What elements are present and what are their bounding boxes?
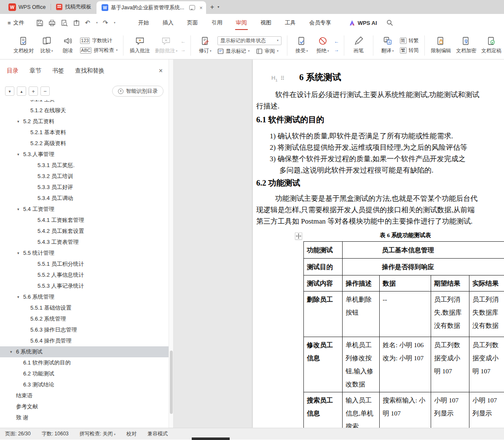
toc-item[interactable]: 致 谢 bbox=[0, 412, 169, 423]
toc-item[interactable]: 5.3.2 员工培训 bbox=[0, 171, 169, 182]
toc-item[interactable]: 5.1.1 主页 bbox=[0, 100, 169, 105]
finalize-doc-button[interactable]: 文档定稿 bbox=[479, 36, 504, 54]
tab-wps-home[interactable]: W WPS Office bbox=[3, 0, 51, 14]
toc-item[interactable]: 5.4.3 工资表管理 bbox=[0, 237, 169, 248]
tab-list-caret-icon[interactable]: ▾ bbox=[217, 5, 219, 9]
ribbon-tab-引用[interactable]: 引用 bbox=[206, 14, 228, 32]
close-panel-icon[interactable]: × bbox=[159, 67, 163, 75]
collapse-all-button[interactable]: ▾ bbox=[5, 86, 14, 96]
export-icon[interactable] bbox=[73, 19, 80, 27]
table-cell[interactable]: 小明 107 列显示 bbox=[469, 392, 504, 428]
table-cell[interactable]: 实际结果 bbox=[469, 275, 504, 292]
table-move-handle-icon[interactable] bbox=[295, 232, 302, 240]
expand-all-button[interactable]: ▴ bbox=[17, 86, 26, 96]
show-markup-button[interactable]: 显示标记 ▾ bbox=[217, 48, 250, 55]
toc-item[interactable]: 5.6.2 系统管理 bbox=[0, 313, 169, 324]
ribbon-tab-开始[interactable]: 开始 bbox=[132, 14, 155, 32]
panel-tab-find-replace[interactable]: 查找和替换 bbox=[75, 67, 105, 75]
table-cell[interactable]: 员工列消失,数据库没有数据 bbox=[431, 292, 469, 337]
encrypt-doc-button[interactable]: 文档加密 bbox=[453, 36, 479, 54]
table-cell[interactable]: 输入员工信息,单机搜索 bbox=[343, 392, 380, 428]
review-pane-button[interactable]: 审阅 ▾ bbox=[256, 48, 279, 55]
redo-caret-icon[interactable]: ▾ bbox=[114, 21, 115, 24]
toc-item[interactable]: 5.5.1 员工积分统计 bbox=[0, 259, 169, 270]
panel-tab-bookmarks[interactable]: 书签 bbox=[52, 67, 64, 75]
table-cell[interactable]: 期望结果 bbox=[431, 275, 469, 292]
toc-item[interactable]: 5.6.4 操作员管理 bbox=[0, 335, 169, 346]
spell-check-button[interactable]: ABC 拼写检查 ▾ bbox=[80, 47, 118, 54]
table-cell[interactable]: 搜索员工信息 bbox=[304, 392, 343, 428]
save-icon[interactable] bbox=[36, 19, 43, 27]
proofread-status-button[interactable]: 校对 bbox=[126, 430, 137, 437]
toc-item[interactable]: ▾6 系统测试 bbox=[0, 346, 169, 357]
accept-change-button[interactable]: 接受▾ bbox=[291, 36, 312, 54]
toc-item[interactable]: 结束语 bbox=[0, 390, 169, 401]
table-cell[interactable]: -- bbox=[380, 292, 431, 337]
toc-item[interactable]: 5.5.2 人事信息统计 bbox=[0, 270, 169, 281]
file-menu-button[interactable]: ≡ 文件 bbox=[0, 19, 30, 27]
toc-item[interactable]: 6.2 功能测试 bbox=[0, 368, 169, 379]
toc-scrollbar[interactable] bbox=[169, 59, 174, 428]
expand-arrow-icon[interactable]: ▾ bbox=[10, 346, 12, 357]
markup-state-dropdown[interactable]: 显示标记的最终状态 ▾ bbox=[217, 36, 281, 45]
table-cell[interactable]: 测试目的 bbox=[304, 259, 343, 275]
undo-icon[interactable]: ↶ bbox=[85, 19, 91, 27]
toc-item[interactable]: 参考文献 bbox=[0, 401, 169, 412]
next-change-icon[interactable]: → bbox=[334, 47, 339, 52]
table-cell[interactable]: 删除员工 bbox=[304, 292, 343, 337]
toc-item[interactable]: 5.4.1 工资账套管理 bbox=[0, 215, 169, 226]
insert-comment-button[interactable]: 插入批注 bbox=[127, 36, 153, 54]
toc-item[interactable]: ▾5.5 统计管理 bbox=[0, 248, 169, 259]
search-icon[interactable] bbox=[386, 19, 393, 26]
redo-icon[interactable]: ↷ bbox=[103, 19, 108, 27]
new-tab-button[interactable]: + bbox=[210, 3, 214, 11]
doc-table[interactable]: 功能测试员工基本信息管理测试目的操作是否得到响应测试内容操作描述数据期望结果实际… bbox=[303, 241, 504, 428]
toc-item[interactable]: 6.3 测试结论 bbox=[0, 379, 169, 390]
close-tab-icon[interactable]: × bbox=[199, 5, 203, 11]
smart-toc-button[interactable]: 智能识别目录 bbox=[112, 86, 164, 97]
word-count-button[interactable]: 123 字数统计 bbox=[80, 37, 118, 44]
delete-comment-button[interactable]: 删除批注▾ bbox=[153, 36, 180, 54]
drag-handle-icon[interactable]: ⠿ bbox=[280, 75, 284, 81]
table-cell[interactable]: 功能测试 bbox=[304, 242, 343, 259]
table-cell[interactable]: 操作描述 bbox=[343, 275, 380, 292]
table-cell[interactable]: 员工基本信息管理 bbox=[343, 242, 504, 259]
table-cell[interactable]: 员工列数据变成小明 107 bbox=[431, 337, 469, 392]
ribbon-tab-工具[interactable]: 工具 bbox=[279, 14, 302, 32]
expand-arrow-icon[interactable]: ▾ bbox=[17, 292, 19, 302]
table-cell[interactable]: 小明 107 列显示 bbox=[431, 392, 469, 428]
expand-arrow-icon[interactable]: ▾ bbox=[17, 116, 19, 127]
table-cell[interactable]: 员工列消失数据库没有数据 bbox=[469, 292, 504, 337]
ribbon-tab-视图[interactable]: 视图 bbox=[255, 14, 277, 32]
page-indicator[interactable]: 页面: 26/30 bbox=[5, 430, 31, 437]
doc-proofread-button[interactable]: 文档校对 bbox=[11, 36, 36, 54]
toc-item[interactable]: ▾5.2 员工资料 bbox=[0, 116, 169, 127]
toc-item[interactable]: 5.3.3 员工好评 bbox=[0, 182, 169, 193]
expand-arrow-icon[interactable]: ▾ bbox=[17, 248, 19, 259]
ribbon-tab-插入[interactable]: 插入 bbox=[157, 14, 180, 32]
document-page[interactable]: H1 ⠿ 6 系统测试 软件在设计后必须进行测试,主要从系统性能测试,功能测试和… bbox=[253, 59, 504, 428]
next-comment-icon[interactable]: → bbox=[181, 47, 186, 52]
table-cell[interactable]: 搜索框输入: 小明 107 bbox=[380, 392, 431, 428]
undo-caret-icon[interactable]: ▾ bbox=[96, 21, 98, 24]
toc-item[interactable]: ▾5.4 工资管理 bbox=[0, 204, 169, 215]
toc-item[interactable]: 6.1 软件测试的目的 bbox=[0, 357, 169, 368]
panel-tab-contents[interactable]: 目录 bbox=[7, 67, 19, 75]
table-cell[interactable]: 操作是否得到响应 bbox=[343, 259, 504, 275]
table-cell[interactable]: 员工列数据变成小明 107 bbox=[469, 337, 504, 392]
table-cell[interactable]: 单机员工列修改按钮,输入修改数据 bbox=[343, 337, 380, 392]
to-simplified-button[interactable]: 繁 转简 bbox=[400, 47, 419, 54]
restrict-editing-button[interactable]: 限制编辑 bbox=[429, 36, 454, 54]
wps-ai-button[interactable]: WPS AI bbox=[349, 20, 377, 26]
toc-item[interactable]: 5.3.1 员工奖惩. bbox=[0, 160, 169, 171]
expand-arrow-icon[interactable]: ▾ bbox=[17, 204, 19, 215]
ink-pen-button[interactable]: 画笔 bbox=[348, 36, 369, 54]
table-cell[interactable]: 姓名: 小明 106 改为: 小明 107 bbox=[380, 337, 431, 392]
toc-item[interactable]: 5.1.2 在线聊天 bbox=[0, 105, 169, 116]
toc-item[interactable]: 5.2.1 基本资料 bbox=[0, 127, 169, 138]
table-cell[interactable]: 测试内容 bbox=[304, 275, 343, 292]
toc-item[interactable]: ▾5.6 系统管理 bbox=[0, 292, 169, 302]
toc-item[interactable]: 5.2.2 高级资料 bbox=[0, 138, 169, 149]
word-count-indicator[interactable]: 字数: 10603 bbox=[42, 430, 69, 437]
panel-tab-chapters[interactable]: 章节 bbox=[29, 67, 41, 75]
